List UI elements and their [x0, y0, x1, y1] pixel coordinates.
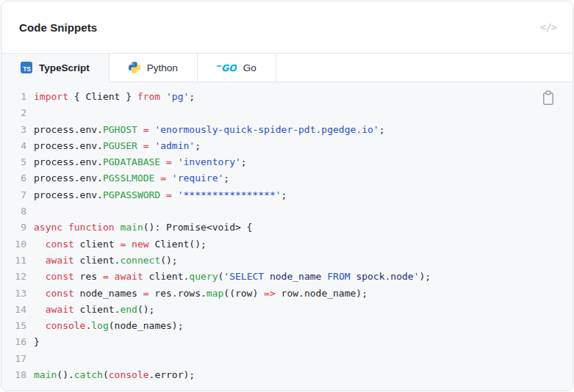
card-header: Code Snippets </> — [1, 1, 573, 53]
tab-label: Go — [243, 62, 256, 73]
line-number: 14 — [1, 302, 26, 318]
code-line-content: const res = await client.query('SELECT n… — [26, 271, 431, 282]
code-line-content: process.env.PGHOST = 'enormously-quick-s… — [26, 124, 384, 135]
code-lines: 1import { Client } from 'pg';23process.e… — [1, 89, 573, 383]
code-line: 3process.env.PGHOST = 'enormously-quick-… — [1, 122, 573, 138]
code-brackets-icon: </> — [540, 21, 556, 33]
code-line-content: console.log(node_names); — [26, 320, 184, 331]
line-number: 15 — [1, 318, 26, 334]
code-snippets-card: Code Snippets </> TS TypeScript Python G… — [1, 1, 573, 391]
go-icon: GO — [217, 62, 237, 73]
typescript-icon: TS — [21, 62, 32, 73]
code-line-content: process.env.PGPASSWORD = '**************… — [26, 189, 287, 200]
code-line: 4process.env.PGUSER = 'admin'; — [1, 138, 573, 154]
code-line: 1import { Client } from 'pg'; — [1, 89, 573, 105]
code-line: 10 const client = new Client(); — [1, 236, 573, 253]
code-line-content: const client = new Client(); — [26, 239, 207, 250]
code-line: 8 — [1, 203, 573, 219]
line-number: 7 — [1, 187, 26, 203]
code-line-content — [26, 353, 34, 364]
tab-label: TypeScript — [39, 62, 90, 73]
line-number: 17 — [1, 351, 26, 367]
line-number: 16 — [1, 334, 26, 350]
code-line: 12 const res = await client.query('SELEC… — [1, 269, 573, 285]
code-line: 16} — [1, 334, 573, 350]
line-number: 2 — [1, 105, 26, 121]
code-line-content: main().catch(console.error); — [26, 369, 195, 380]
page-title: Code Snippets — [19, 21, 97, 34]
tab-go[interactable]: GO Go — [198, 54, 276, 81]
line-number: 3 — [1, 122, 26, 138]
code-line: 5process.env.PGDATABASE = 'inventory'; — [1, 154, 573, 170]
svg-text:GO: GO — [221, 62, 237, 73]
code-line: 15 console.log(node_names); — [1, 318, 573, 334]
line-number: 9 — [1, 219, 26, 236]
copy-button[interactable] — [539, 89, 557, 106]
code-line: 6process.env.PGSSLMODE = 'require'; — [1, 170, 573, 186]
code-line-content: process.env.PGUSER = 'admin'; — [26, 140, 201, 151]
code-line: 9async function main(): Promise<void> { — [1, 219, 573, 236]
code-line: 14 await client.end(); — [1, 302, 573, 318]
tab-typescript[interactable]: TS TypeScript — [1, 54, 110, 82]
code-line: 13 const node_names = res.rows.map((row)… — [1, 286, 573, 302]
line-number: 12 — [1, 269, 26, 285]
code-line-content — [26, 206, 34, 217]
code-line-content: import { Client } from 'pg'; — [26, 91, 195, 102]
code-line: 7process.env.PGPASSWORD = '*************… — [1, 187, 573, 203]
copy-clipboard-icon — [542, 90, 555, 106]
line-number: 10 — [1, 236, 26, 253]
line-number: 8 — [1, 203, 26, 219]
code-line-content: process.env.PGSSLMODE = 'require'; — [26, 173, 229, 184]
line-number: 18 — [1, 367, 26, 383]
python-icon — [129, 62, 140, 73]
code-line-content: process.env.PGDATABASE = 'inventory'; — [26, 156, 247, 167]
language-tabbar: TS TypeScript Python GO Go — [1, 53, 573, 82]
line-number: 5 — [1, 154, 26, 170]
tab-python[interactable]: Python — [110, 54, 198, 81]
code-line-content: await client.connect(); — [26, 255, 178, 266]
line-number: 6 — [1, 170, 26, 186]
line-number: 1 — [1, 89, 26, 105]
line-number: 4 — [1, 138, 26, 154]
code-line-content: async function main(): Promise<void> { — [26, 222, 252, 233]
code-line: 2 — [1, 105, 573, 121]
line-number: 13 — [1, 286, 26, 302]
code-line-content: const node_names = res.rows.map((row) =>… — [26, 288, 367, 299]
code-block: 1import { Client } from 'pg';23process.e… — [1, 82, 573, 391]
code-line-content: await client.end(); — [26, 304, 154, 315]
code-line: 18main().catch(console.error); — [1, 367, 573, 383]
code-line-content — [26, 107, 34, 118]
code-line: 17 — [1, 351, 573, 367]
code-line: 11 await client.connect(); — [1, 253, 573, 269]
tab-label: Python — [147, 62, 178, 73]
line-number: 11 — [1, 253, 26, 269]
code-line-content: } — [26, 336, 40, 347]
